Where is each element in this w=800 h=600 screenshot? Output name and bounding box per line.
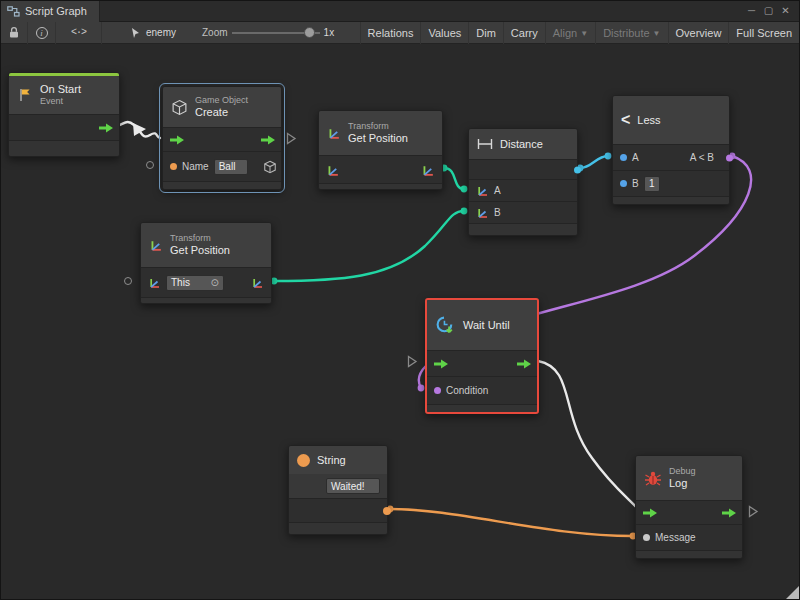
graph-target[interactable]: enemy [130, 27, 176, 39]
node-less[interactable]: < Less A A < B B 1 [612, 95, 730, 205]
node-title: String [317, 454, 346, 466]
align-button[interactable]: Align▼ [546, 22, 596, 44]
overview-button[interactable]: Overview [669, 22, 730, 44]
flow-output-port[interactable] [517, 359, 532, 369]
node-on-start-event[interactable]: On Start Event [8, 72, 120, 157]
graph-target-name: enemy [146, 27, 176, 38]
message-port-row: Message [636, 524, 742, 550]
node-game-object-create[interactable]: Game Object Create Name Ball [162, 86, 282, 190]
flow-output-port[interactable] [722, 508, 737, 518]
flow-output-port[interactable] [261, 135, 276, 145]
graph-canvas[interactable]: On Start Event Game Object Create [0, 44, 800, 600]
cube-icon [171, 99, 188, 116]
wire-getposition-left-to-distance-b[interactable] [274, 211, 464, 281]
edit-graph-button[interactable]: <·> [56, 22, 102, 44]
flow-input-port[interactable] [643, 508, 658, 518]
chevron-down-icon: ▼ [580, 29, 588, 38]
lock-icon [8, 26, 20, 39]
vector-input-port-b[interactable] [476, 206, 489, 219]
wire-getposition-top-to-distance-a[interactable] [444, 168, 464, 189]
target-value-field[interactable]: This ⊙ [166, 275, 224, 291]
flow-continuation-triangle[interactable] [748, 505, 759, 518]
minimize-icon[interactable]: ─ [743, 1, 760, 21]
node-get-position-left[interactable]: Transform Get Position This ⊙ [140, 222, 272, 304]
wire-onstart-to-create[interactable] [114, 122, 160, 138]
node-surtitle: Debug [669, 466, 696, 477]
node-debug-log[interactable]: Debug Log Message [635, 455, 743, 559]
zoom-value: 1x [324, 27, 335, 38]
port-label: Name [182, 161, 209, 172]
bool-input-port[interactable] [434, 387, 441, 394]
game-object-output-port[interactable] [263, 160, 277, 174]
wire-string-to-debuglog-message[interactable] [390, 509, 633, 536]
node-distance[interactable]: Distance A B [468, 128, 578, 236]
object-picker-icon[interactable]: ⊙ [211, 277, 219, 288]
message-input-port[interactable] [643, 534, 650, 541]
wire-distance-to-less-a[interactable] [580, 156, 608, 168]
cube-icon [263, 160, 277, 174]
tab-script-graph[interactable]: Script Graph [0, 0, 100, 22]
zoom-label: Zoom [202, 27, 228, 38]
flow-continuation-triangle[interactable] [286, 132, 297, 145]
value-port-row: This ⊙ [141, 267, 271, 297]
node-header: On Start Event [9, 76, 119, 114]
node-title: On Start [40, 83, 81, 97]
string-port-dot[interactable] [170, 163, 177, 170]
name-value-field[interactable]: Ball [214, 159, 248, 175]
less-icon: < [621, 111, 630, 129]
fullscreen-button[interactable]: Full Screen [729, 22, 800, 44]
string-output-port[interactable] [383, 507, 391, 515]
zoom-slider[interactable] [232, 22, 320, 44]
node-wait-until[interactable]: Wait Until Condition [425, 298, 539, 414]
values-button[interactable]: Values [421, 22, 469, 44]
unconnected-port-circle[interactable] [146, 161, 154, 169]
port-a-row: A [469, 179, 577, 201]
flow-input-port[interactable] [434, 359, 449, 369]
flag-icon [17, 87, 33, 103]
wire-endpoint [605, 153, 612, 160]
wire-endpoint [418, 385, 425, 392]
node-get-position-top[interactable]: Transform Get Position [318, 110, 443, 190]
code-icon: <·> [71, 27, 86, 38]
number-input-port-a[interactable] [620, 154, 627, 161]
port-label: A [494, 185, 501, 196]
bool-output-port[interactable] [726, 154, 733, 161]
node-header: Debug Log [636, 456, 742, 500]
float-output-port[interactable] [574, 166, 581, 173]
flow-input-port[interactable] [170, 135, 185, 145]
tab-title: Script Graph [25, 5, 87, 17]
node-string[interactable]: String Waited! [288, 445, 388, 535]
maximize-icon[interactable]: ▢ [760, 1, 777, 21]
vector-output-port[interactable] [421, 163, 435, 177]
value-field-row: Waited! [289, 474, 387, 498]
number-input-port-b[interactable] [620, 180, 627, 187]
inspect-button[interactable]: i [28, 22, 56, 44]
lock-button[interactable] [0, 22, 28, 44]
zoom-slider-knob[interactable] [304, 27, 315, 38]
string-value-field[interactable]: Waited! [326, 478, 380, 494]
distribute-button[interactable]: Distribute▼ [596, 22, 668, 44]
vector-output-port[interactable] [251, 276, 264, 289]
unconnected-port-circle[interactable] [124, 277, 132, 285]
node-title: Get Position [348, 132, 408, 146]
string-icon [297, 454, 310, 467]
dim-button[interactable]: Dim [469, 22, 504, 44]
flow-continuation-triangle[interactable] [407, 355, 418, 368]
node-header: Game Object Create [163, 87, 281, 127]
wire-waituntil-to-debuglog[interactable] [538, 361, 640, 511]
close-icon[interactable]: ✕ [777, 1, 794, 21]
window-resize-grip[interactable] [786, 586, 799, 599]
window-controls: ─ ▢ ✕ [743, 1, 800, 21]
transform-icon [327, 126, 341, 140]
transform-input-port[interactable] [148, 276, 161, 289]
relations-button[interactable]: Relations [360, 22, 422, 44]
output-port-row [469, 159, 577, 179]
flow-output-port[interactable] [99, 123, 114, 133]
b-value-field[interactable]: 1 [644, 176, 660, 192]
carry-button[interactable]: Carry [504, 22, 546, 44]
transform-input-port[interactable] [326, 163, 340, 177]
node-footer [319, 183, 442, 189]
node-footer [9, 140, 119, 156]
condition-port-row: Condition [427, 376, 537, 404]
vector-input-port-a[interactable] [476, 184, 489, 197]
